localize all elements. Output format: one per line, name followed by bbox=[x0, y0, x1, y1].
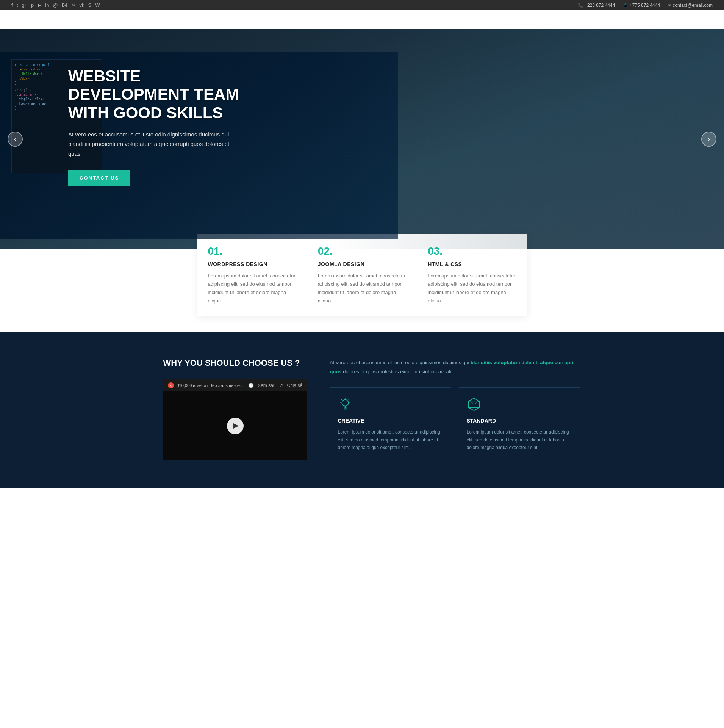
why-left-col: WHY YOU SHOULD CHOOSE US ? ✕ $10,000 в м… bbox=[163, 358, 307, 461]
vk-icon[interactable]: vk bbox=[80, 2, 84, 8]
linkedin-icon[interactable]: in bbox=[45, 2, 49, 8]
service-desc-3: Lorem ipsum dolor sit amet, consectetur … bbox=[428, 272, 516, 305]
feature-standard-title: STANDARD bbox=[467, 418, 572, 424]
box-icon bbox=[467, 397, 482, 412]
why-section: WHY YOU SHOULD CHOOSE US ? ✕ $10,000 в м… bbox=[0, 332, 724, 488]
feature-standard-desc: Lorem ipsum dolor sit amet, consectetur … bbox=[467, 428, 572, 451]
email: ✉ contact@email.com bbox=[668, 3, 713, 8]
hero-content: WEBSITE DEVELOPMENT TEAM WITH GOOD SKILL… bbox=[0, 29, 265, 186]
hero-section: const app = () => { return <div> Hello W… bbox=[0, 29, 724, 249]
hero-title: WEBSITE DEVELOPMENT TEAM WITH GOOD SKILL… bbox=[68, 67, 265, 122]
service-title-2: JOOMLA DESIGN bbox=[318, 261, 406, 267]
feature-creative-title: CREATIVE bbox=[338, 418, 443, 424]
service-desc-1: Lorem ipsum dolor sit amet, consectetur … bbox=[208, 272, 296, 305]
feature-card-creative: CREATIVE Lorem ipsum dolor sit amet, con… bbox=[330, 387, 451, 461]
video-top-bar: ✕ $10,000 в месяц Верстальщиком - Вв... … bbox=[163, 379, 307, 391]
social-icons-bar: f t g+ p ▶ in @ Bē ✉ vk S W bbox=[11, 2, 100, 8]
why-inner: WHY YOU SHOULD CHOOSE US ? ✕ $10,000 в м… bbox=[163, 358, 580, 461]
twitter-icon[interactable]: t bbox=[17, 2, 18, 8]
service-title-1: WORDPRESS DESIGN bbox=[208, 261, 296, 267]
svg-line-14 bbox=[474, 401, 479, 405]
bulb-icon bbox=[338, 397, 353, 412]
youtube-icon[interactable]: ▶ bbox=[38, 2, 41, 8]
services-section: 01. WORDPRESS DESIGN Lorem ipsum dolor s… bbox=[0, 249, 724, 332]
feature-cards: CREATIVE Lorem ipsum dolor sit amet, con… bbox=[330, 387, 580, 461]
carousel-next-button[interactable]: › bbox=[701, 132, 716, 147]
video-play-area[interactable] bbox=[163, 391, 307, 460]
video-embed[interactable]: ✕ $10,000 в месяц Верстальщиком - Вв... … bbox=[163, 379, 307, 460]
feature-creative-desc: Lorem ipsum dolor sit amet, consectetur … bbox=[338, 428, 443, 451]
top-bar: f t g+ p ▶ in @ Bē ✉ vk S W 📞 +228 872 4… bbox=[0, 0, 724, 10]
hero-subtitle: At vero eos et accusamus et iusto odio d… bbox=[68, 130, 242, 159]
mail-icon[interactable]: ✉ bbox=[72, 2, 76, 8]
phone2: 📱 +775 872 4444 bbox=[622, 3, 660, 8]
skype-icon[interactable]: S bbox=[88, 2, 92, 8]
instagram-icon[interactable]: @ bbox=[53, 2, 58, 8]
service-title-3: HTML & CSS bbox=[428, 261, 516, 267]
contact-us-button[interactable]: CONTACT US bbox=[68, 170, 130, 186]
svg-line-13 bbox=[468, 401, 474, 405]
facebook-icon[interactable]: f bbox=[11, 2, 13, 8]
video-share-label[interactable]: Chia sẻ bbox=[287, 383, 302, 388]
svg-point-0 bbox=[342, 400, 348, 406]
feature-card-standard: STANDARD Lorem ipsum dolor sit amet, con… bbox=[459, 387, 580, 461]
video-share-icon[interactable]: ↗ bbox=[279, 383, 283, 388]
phone1: 📞 +228 872 4444 bbox=[578, 3, 615, 8]
service-card-1: 01. WORDPRESS DESIGN Lorem ipsum dolor s… bbox=[197, 234, 307, 316]
nav-bar bbox=[0, 10, 724, 29]
behance-icon[interactable]: Bē bbox=[62, 2, 68, 8]
video-clock-icon[interactable]: 🕐 bbox=[248, 383, 254, 388]
pinterest-icon[interactable]: p bbox=[31, 2, 34, 8]
googleplus-icon[interactable]: g+ bbox=[22, 2, 27, 8]
why-title: WHY YOU SHOULD CHOOSE US ? bbox=[163, 358, 307, 368]
video-title-text: $10,000 в месяц Верстальщиком - Вв... bbox=[177, 383, 246, 388]
service-number-1: 01. bbox=[208, 245, 296, 257]
video-inner: ✕ $10,000 в месяц Верстальщиком - Вв... … bbox=[163, 379, 307, 460]
video-actions: 🕐 Xem sau ↗ Chia sẻ bbox=[248, 383, 302, 388]
service-desc-2: Lorem ipsum dolor sit amet, consectetur … bbox=[318, 272, 406, 305]
contact-info-bar: 📞 +228 872 4444 📱 +775 872 4444 ✉ contac… bbox=[578, 3, 713, 8]
play-button[interactable] bbox=[227, 418, 244, 434]
video-view-label[interactable]: Xem sau bbox=[258, 383, 275, 388]
carousel-prev-button[interactable]: ‹ bbox=[8, 132, 23, 147]
why-right-col: At vero eos et accusamus et iusto odio d… bbox=[330, 358, 580, 461]
why-desc: At vero eos et accusamus et iusto odio d… bbox=[330, 358, 580, 376]
video-close-icon[interactable]: ✕ bbox=[168, 382, 174, 388]
svg-line-5 bbox=[341, 399, 342, 400]
svg-line-6 bbox=[348, 399, 349, 400]
whatsapp-icon[interactable]: W bbox=[95, 2, 100, 8]
